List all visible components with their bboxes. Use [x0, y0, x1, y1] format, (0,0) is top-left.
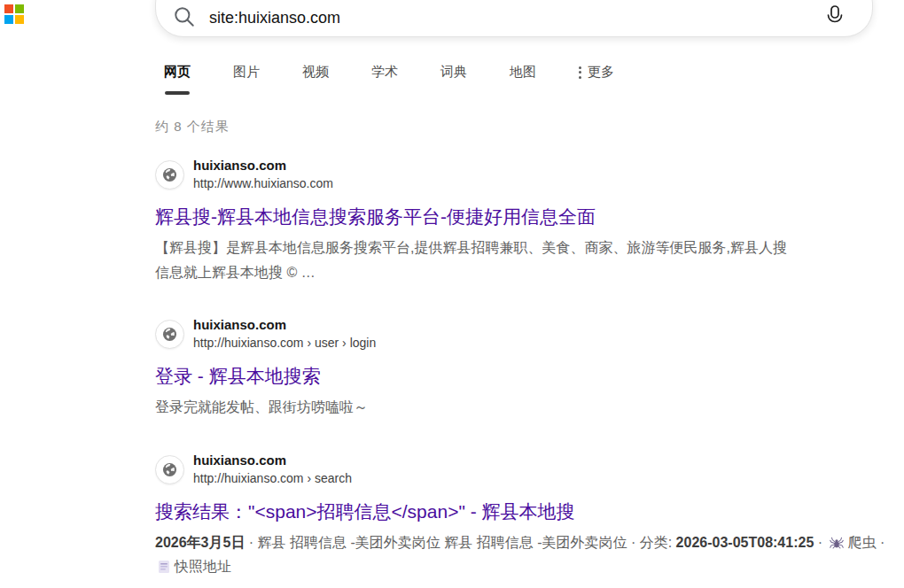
tab-more[interactable]: 更多 — [579, 64, 614, 81]
crawler-label: 爬虫 — [848, 535, 877, 550]
result-site-header[interactable]: huixianso.com http://www.huixianso.com — [155, 156, 904, 193]
tab-videos[interactable]: 视频 — [302, 64, 329, 81]
search-vertical-tabs: 网页 图片 视频 学术 词典 地图 更多 — [164, 64, 657, 81]
result-url: http://huixianso.com › search — [193, 469, 352, 488]
logo-square-red — [4, 4, 13, 13]
result-url: http://huixianso.com › user › login — [193, 334, 376, 352]
search-input[interactable] — [209, 4, 794, 32]
result-snippet: 【辉县搜】是辉县本地信息服务搜索平台,提供辉县招聘兼职、美食、商家、旅游等便民服… — [155, 236, 904, 285]
snippet-text: · 辉县 招聘信息 -美团外卖岗位 辉县 招聘信息 -美团外卖岗位 · 分类: — [245, 535, 675, 550]
result-url: http://www.huixianso.com — [193, 174, 333, 193]
result-site-header[interactable]: huixianso.com http://huixianso.com › use… — [155, 315, 904, 352]
result-site-header[interactable]: huixianso.com http://huixianso.com › sea… — [155, 451, 904, 488]
result-site-name: huixianso.com — [193, 315, 376, 334]
search-icon[interactable] — [173, 5, 196, 28]
tab-academic[interactable]: 学术 — [371, 64, 398, 81]
result-title-link[interactable]: 登录 - 辉县本地搜索 — [155, 365, 321, 388]
snippet-date: 2026年3月5日 — [155, 535, 245, 550]
microsoft-logo[interactable] — [4, 4, 25, 25]
microphone-icon[interactable] — [824, 4, 846, 29]
tab-web[interactable]: 网页 — [164, 64, 191, 81]
search-result: huixianso.com http://huixianso.com › sea… — [155, 451, 904, 578]
spider-icon — [830, 537, 844, 550]
result-site-name: huixianso.com — [193, 451, 352, 469]
globe-icon — [155, 455, 184, 484]
globe-icon — [155, 320, 184, 349]
search-result: huixianso.com http://www.huixianso.com 辉… — [155, 156, 904, 285]
logo-square-green — [15, 4, 24, 13]
logo-square-blue — [4, 15, 13, 24]
tab-maps[interactable]: 地图 — [510, 64, 536, 81]
search-bar — [155, 0, 873, 37]
snapshot-doc-icon — [158, 560, 170, 574]
result-site-name: huixianso.com — [193, 156, 333, 174]
tab-dictionary[interactable]: 词典 — [440, 64, 467, 81]
logo-square-yellow — [15, 15, 24, 24]
result-snippet: 登录完就能发帖、跟街坊唠嗑啦～ — [155, 395, 904, 420]
snapshot-link[interactable]: 快照地址 — [175, 559, 231, 574]
vertical-dots-icon — [579, 66, 581, 79]
results-count: 约 8 个结果 — [155, 119, 230, 135]
globe-icon — [155, 160, 184, 190]
snippet-timestamp: 2026-03-05T08:41:25 — [676, 535, 814, 550]
tab-images[interactable]: 图片 — [233, 64, 260, 81]
result-snippet: 2026年3月5日 · 辉县 招聘信息 -美团外卖岗位 辉县 招聘信息 -美团外… — [155, 530, 904, 578]
result-title-link[interactable]: 搜索结果："<span>招聘信息</span>" - 辉县本地搜 — [155, 500, 575, 523]
search-result: huixianso.com http://huixianso.com › use… — [155, 315, 904, 420]
result-title-link[interactable]: 辉县搜-辉县本地信息搜索服务平台-便捷好用信息全面 — [155, 205, 596, 228]
